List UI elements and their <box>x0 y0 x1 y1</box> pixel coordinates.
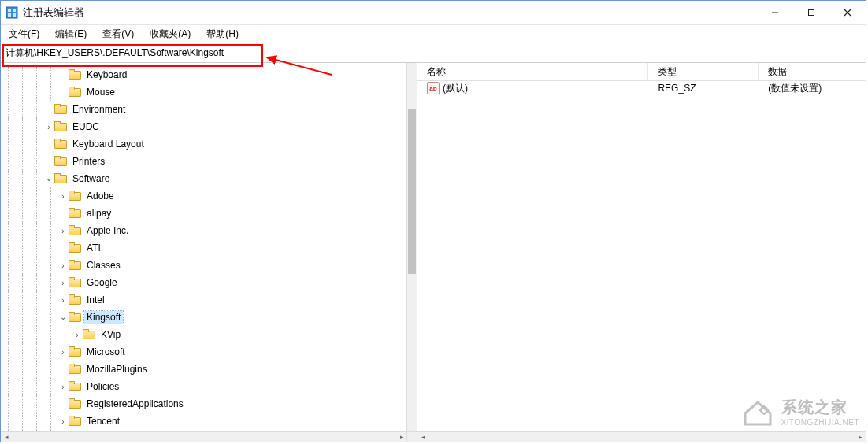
tree-node[interactable]: EUDC <box>1 118 407 135</box>
collapse-icon[interactable] <box>43 175 54 183</box>
tree-node-label: alipay <box>84 207 113 220</box>
values-list[interactable]: ab(默认)REG_SZ(数值未设置) <box>417 80 866 432</box>
scroll-left-button[interactable]: ◂ <box>1 432 12 442</box>
tree-node-label: Keyboard Layout <box>70 138 147 150</box>
tree-node[interactable]: Printers <box>1 153 407 170</box>
tree-node[interactable]: Keyboard <box>1 66 407 83</box>
column-header-name[interactable]: 名称 <box>417 63 648 80</box>
tree-node-label: Policies <box>84 380 121 393</box>
folder-icon <box>69 242 81 253</box>
tree-node[interactable]: ATI <box>1 239 407 257</box>
tree-node[interactable]: Environment <box>1 101 407 118</box>
registry-tree[interactable]: KeyboardMouseEnvironmentEUDCKeyboard Lay… <box>1 63 407 432</box>
value-name: (默认) <box>443 82 468 95</box>
folder-icon <box>54 121 67 132</box>
address-bar <box>1 43 866 63</box>
menu-help[interactable]: 帮助(H) <box>203 26 242 43</box>
tree-node[interactable]: Mouse <box>1 83 407 101</box>
app-icon <box>6 6 18 19</box>
tree-node-label: Printers <box>70 155 107 168</box>
scroll-left-button[interactable]: ◂ <box>417 432 428 442</box>
tree-pane: KeyboardMouseEnvironmentEUDCKeyboard Lay… <box>1 63 417 442</box>
tree-node[interactable]: Adobe <box>1 187 407 205</box>
values-horizontal-scrollbar[interactable]: ◂ ▸ <box>417 431 866 442</box>
tree-node[interactable]: Google <box>1 274 407 291</box>
folder-icon <box>69 208 81 219</box>
folder-icon <box>54 156 67 167</box>
tree-node[interactable]: Keyboard Layout <box>1 135 407 153</box>
folder-icon <box>83 329 95 340</box>
tree-node[interactable]: RegisteredApplications <box>1 395 407 413</box>
minimize-button[interactable] <box>757 1 793 24</box>
address-input[interactable] <box>1 46 866 60</box>
svg-rect-4 <box>13 13 16 17</box>
collapse-icon[interactable] <box>57 313 69 322</box>
tree-node-label: Adobe <box>84 190 117 202</box>
expand-icon[interactable] <box>57 227 69 235</box>
folder-icon <box>69 346 81 357</box>
tree-node-label: Classes <box>84 259 123 272</box>
svg-rect-2 <box>13 9 16 12</box>
scroll-right-button[interactable]: ▸ <box>396 432 407 442</box>
tree-node-label: Software <box>70 172 112 185</box>
folder-icon <box>69 191 81 202</box>
tree-node-label: Mouse <box>84 86 117 98</box>
menu-edit[interactable]: 编辑(E) <box>52 26 90 43</box>
tree-horizontal-scrollbar[interactable]: ◂ ▸ <box>1 431 407 442</box>
tree-node-label: MozillaPlugins <box>84 363 150 376</box>
expand-icon[interactable] <box>57 261 69 270</box>
expand-icon[interactable] <box>57 348 69 357</box>
tree-node-label: RegisteredApplications <box>84 398 186 410</box>
tree-vertical-scrollbar[interactable] <box>406 63 417 432</box>
menu-bar: 文件(F) 编辑(E) 查看(V) 收藏夹(A) 帮助(H) <box>1 25 866 43</box>
folder-icon <box>69 69 81 80</box>
expand-icon[interactable] <box>57 192 69 201</box>
folder-icon <box>69 381 81 392</box>
tree-node[interactable]: Classes <box>1 257 407 274</box>
folder-icon <box>69 277 81 288</box>
tree-node-label: Microsoft <box>84 346 128 358</box>
value-row[interactable]: ab(默认)REG_SZ(数值未设置) <box>417 80 866 96</box>
scroll-right-button[interactable]: ▸ <box>855 432 866 442</box>
expand-icon[interactable] <box>72 331 83 339</box>
svg-rect-6 <box>809 10 814 16</box>
tree-node-label: ATI <box>84 242 103 254</box>
value-type: REG_SZ <box>648 83 759 94</box>
menu-favorites[interactable]: 收藏夹(A) <box>147 26 194 43</box>
tree-node[interactable]: Apple Inc. <box>1 222 407 239</box>
expand-icon[interactable] <box>57 296 69 305</box>
tree-node-label: Environment <box>70 103 128 116</box>
expand-icon[interactable] <box>57 279 69 287</box>
values-pane: 名称 类型 数据 ab(默认)REG_SZ(数值未设置) ◂ ▸ <box>417 63 866 442</box>
tree-node[interactable]: Microsoft <box>1 343 407 361</box>
column-header-data[interactable]: 数据 <box>759 63 866 80</box>
menu-view[interactable]: 查看(V) <box>99 26 137 43</box>
tree-node[interactable]: Tencent <box>1 413 407 430</box>
title-bar: 注册表编辑器 <box>1 1 866 25</box>
scrollbar-thumb[interactable] <box>408 109 416 274</box>
expand-icon[interactable] <box>57 417 69 426</box>
column-header-type[interactable]: 类型 <box>648 63 759 80</box>
folder-icon <box>54 173 67 184</box>
tree-node[interactable]: Intel <box>1 291 407 309</box>
folder-icon <box>69 225 81 236</box>
folder-icon <box>69 416 81 427</box>
tree-node[interactable]: KVip <box>1 326 407 343</box>
tree-node[interactable]: Kingsoft <box>1 309 407 326</box>
tree-node[interactable]: MozillaPlugins <box>1 361 407 378</box>
maximize-button[interactable] <box>793 1 829 24</box>
svg-rect-3 <box>8 13 11 17</box>
tree-node[interactable]: Policies <box>1 378 407 395</box>
folder-icon <box>69 398 81 409</box>
tree-node-label: KVip <box>98 328 123 341</box>
close-button[interactable] <box>829 1 866 24</box>
tree-node[interactable]: alipay <box>1 205 407 222</box>
tree-node-label: Intel <box>84 294 107 306</box>
tree-node[interactable]: Software <box>1 170 407 187</box>
scroll-corner <box>406 431 417 442</box>
expand-icon[interactable] <box>57 383 69 391</box>
tree-node-label: Keyboard <box>84 68 129 81</box>
menu-file[interactable]: 文件(F) <box>6 26 43 43</box>
folder-icon <box>69 87 81 98</box>
expand-icon[interactable] <box>43 123 54 131</box>
